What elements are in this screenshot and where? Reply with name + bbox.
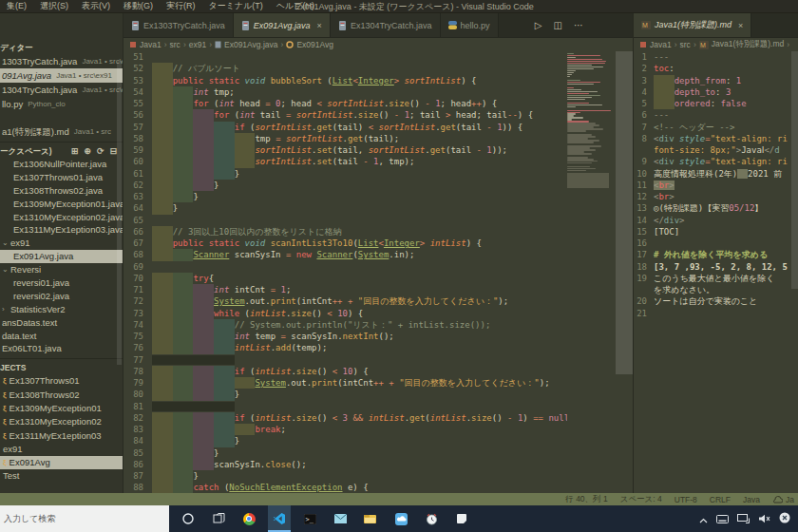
editor-scrollbar-2[interactable]: [791, 51, 798, 289]
code-line[interactable]: 78 if (intList.size() < 10) {: [124, 366, 633, 377]
code-line[interactable]: 51: [124, 51, 633, 63]
code-editor-java[interactable]: 5152 // バブルソート53 public static void bubb…: [124, 51, 633, 493]
code-line[interactable]: 53 public static void bubbleSort (List<I…: [124, 75, 633, 86]
project-item-Ex091Avg[interactable]: ξEx091Avg: [0, 456, 123, 469]
code-line[interactable]: 71 int intCnt = 1;: [124, 284, 633, 295]
code-line[interactable]: 68 Scanner scanSysIn = new Scanner(Syste…: [124, 249, 633, 260]
code-line[interactable]: 82 if (intList.size() < 3 && intList.get…: [124, 412, 633, 424]
code-line[interactable]: 7<!-- ヘッダー -->: [634, 122, 798, 133]
editor-scrollbar[interactable]: [616, 51, 633, 374]
tree-file-Ex091Avg.java[interactable]: Ex091Avg.java: [0, 250, 123, 263]
taskbar-chrome-button[interactable]: [238, 505, 260, 532]
code-line[interactable]: 64 }: [124, 202, 633, 214]
tree-folder-ex91[interactable]: ⌄ex91: [0, 237, 123, 250]
code-line[interactable]: 4 depth_to: 3: [634, 86, 798, 98]
open-editor-item[interactable]: a1(特別課題).mdJava1 • src: [0, 124, 123, 139]
breadcrumb-2[interactable]: Java1›src›MJava1(特別課題).md›: [634, 38, 798, 51]
code-line[interactable]: 84 }: [124, 435, 633, 446]
tab-close-icon[interactable]: ×: [317, 21, 322, 30]
code-line[interactable]: 16: [634, 238, 798, 249]
taskbar-sticky-note-button[interactable]: [450, 505, 473, 532]
code-line[interactable]: 67 public static void scanIntList3To10(L…: [124, 238, 633, 249]
crumb-Ex091Avg.java[interactable]: Ex091Avg.java: [224, 40, 278, 49]
code-line[interactable]: を求めなさい。: [634, 284, 798, 295]
crumb-Ex091Avg[interactable]: Ex091Avg: [296, 40, 333, 49]
code-line[interactable]: 9<div style="text-align: ri: [634, 156, 798, 167]
menu-s[interactable]: 選択(S): [33, 1, 75, 10]
taskbar-cortana-button[interactable]: [177, 505, 200, 532]
tab-Ex1304TryCatch.java[interactable]: Ex1304TryCatch.java: [331, 13, 441, 37]
code-line[interactable]: 13◎(特別課題)【実習05/12】: [634, 202, 798, 214]
tree-file-Ex1310MyException02.java[interactable]: Ex1310MyException02.java: [0, 211, 123, 224]
open-editor-item[interactable]: llo.pyPython_clo: [0, 97, 123, 111]
tree-file-ansDatas.text[interactable]: ansDatas.text: [0, 316, 123, 330]
menu-e[interactable]: 集(E): [0, 1, 33, 10]
taskbar-vscode-button[interactable]: [268, 505, 291, 532]
code-line[interactable]: 60 sortIntList.set(tail - 1, tmp);: [124, 156, 633, 167]
open-editor-item[interactable]: 1303TryCatch.javaJava1 • src\ex...: [0, 54, 123, 68]
project-item-Ex1308Throws02[interactable]: ξEx1308Throws02: [0, 389, 123, 402]
tray-status-circle-icon[interactable]: [779, 510, 790, 527]
code-line[interactable]: 69: [124, 261, 633, 273]
code-line[interactable]: 21: [634, 308, 798, 319]
sidebar-scrollbar[interactable]: [117, 61, 122, 365]
tray-volume-muted-icon[interactable]: [758, 510, 770, 527]
tree-folder-StatisticsVer2[interactable]: ›StatisticsVer2: [0, 303, 123, 316]
code-line[interactable]: 66 // 3回以上10回以内の整数をリストに格納: [124, 226, 633, 238]
new-folder-button[interactable]: ⊕: [84, 145, 91, 158]
code-line[interactable]: 70 try{: [124, 273, 633, 284]
tree-file-Ex1308Throws02.java[interactable]: Ex1308Throws02.java: [0, 184, 123, 198]
code-line[interactable]: 55 for (int head = 0; head < sortIntList…: [124, 98, 633, 109]
code-line[interactable]: 17# 外れ値を除く平均を求める: [634, 249, 798, 260]
code-line[interactable]: 73 while (intList.size() < 10) {: [124, 308, 633, 319]
menu-v[interactable]: 表示(V): [75, 1, 117, 10]
code-line[interactable]: 62 }: [124, 180, 633, 191]
project-item-Ex1307Throws01[interactable]: ξEx1307Throws01: [0, 374, 123, 388]
tree-file-Ex06LT01.java[interactable]: Ex06LT01.java: [0, 342, 123, 355]
code-line[interactable]: 14</div>: [634, 215, 798, 226]
code-line[interactable]: 57 if (sortIntList.get(tail) < sortIntLi…: [124, 122, 633, 133]
language-mode[interactable]: Java: [743, 495, 760, 504]
code-line[interactable]: 10高度情報処理科(2年) 2021 前: [634, 168, 798, 180]
tab-hello.py[interactable]: hello.py: [441, 13, 499, 37]
tab-Ex091Avg.java[interactable]: Ex091Avg.java×: [234, 13, 331, 37]
split-editor-button[interactable]: ◫: [554, 20, 562, 30]
code-line[interactable]: 58 tmp = sortIntList.get(tail);: [124, 133, 633, 144]
crumb-ex91[interactable]: ex91: [189, 40, 206, 49]
code-line[interactable]: 6---: [634, 109, 798, 121]
code-line[interactable]: 72 System.out.print(intCnt++ + "回目の整数を入力…: [124, 295, 633, 307]
tree-file-Ex1309MyException01.java[interactable]: Ex1309MyException01.java: [0, 198, 123, 211]
new-file-button[interactable]: ⊞: [71, 145, 79, 158]
taskbar-onedrive-button[interactable]: [390, 505, 412, 532]
more-actions-button[interactable]: ⋯: [574, 20, 583, 30]
code-line[interactable]: font-size: 8px;">JavaⅠ</d: [634, 144, 798, 156]
code-line[interactable]: 77: [124, 354, 633, 366]
project-item-Ex1310MyException02[interactable]: ξEx1310MyException02: [0, 415, 123, 428]
tree-file-Ex1307Throws01.java[interactable]: Ex1307Throws01.java: [0, 171, 123, 184]
code-line[interactable]: 74 // System.out.println("リスト：" + intLis…: [124, 319, 633, 331]
code-line[interactable]: 11<br>: [634, 180, 798, 191]
run-button[interactable]: ▷: [535, 20, 542, 30]
encoding[interactable]: UTF-8: [674, 495, 697, 504]
tree-file-reversi02.java[interactable]: reversi02.java: [0, 290, 123, 303]
tab-Java1(特別課題).md[interactable]: MJava1(特別課題).md×: [634, 13, 751, 37]
code-line[interactable]: 18[3, 7 ,93, -5, 2, 8, 12, 5: [634, 261, 798, 273]
code-line[interactable]: 63 }: [124, 191, 633, 202]
sync-status[interactable]: Ja: [772, 495, 794, 504]
minimap[interactable]: [567, 51, 615, 493]
code-line[interactable]: 1---: [634, 51, 798, 63]
breadcrumb[interactable]: Java1›src›ex91›Ex091Avg.java›Ex091Avg: [124, 38, 633, 51]
crumb-Java1[interactable]: Java1: [140, 40, 162, 49]
crumb-Java1(特別課題).md[interactable]: Java1(特別課題).md: [712, 39, 785, 50]
code-line[interactable]: 2toc:: [634, 63, 798, 74]
project-item-Ex1311MyEx1eption03[interactable]: ξEx1311MyEx1eption03: [0, 429, 123, 443]
code-line[interactable]: 15[TOC]: [634, 226, 798, 238]
code-line[interactable]: 59 sortIntList.set(tail, sortIntList.get…: [124, 144, 633, 156]
cursor-position[interactable]: 行 40、列 1: [565, 494, 607, 505]
code-line[interactable]: 61 }: [124, 168, 633, 180]
project-item-ex91[interactable]: ex91: [0, 443, 123, 456]
code-line[interactable]: 5 ordered: false: [634, 98, 798, 109]
indentation[interactable]: スペース: 4: [620, 494, 662, 505]
code-line[interactable]: 19このうち最大値と最小値を除く: [634, 273, 798, 284]
code-line[interactable]: 85 }: [124, 447, 633, 459]
